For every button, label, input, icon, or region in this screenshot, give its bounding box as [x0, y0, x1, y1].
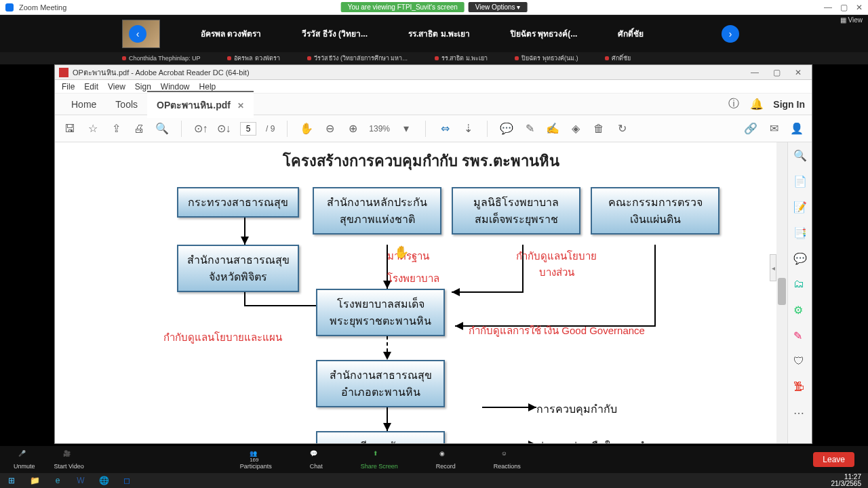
page-title: โครงสร้างการควบคุมกำกับ รพร.ตะพานหิน [109, 149, 733, 173]
zoom-in-icon[interactable]: ⊕ [346, 122, 359, 136]
start-video-button[interactable]: 🎥Start Video [54, 450, 84, 470]
scrollbar-vertical[interactable] [776, 142, 787, 443]
help-icon[interactable]: ⓘ [727, 98, 741, 111]
zoom-tab[interactable]: รร.สาธิต ม.พะเยา [435, 52, 488, 64]
export-pdf-icon[interactable]: 📄 [793, 175, 807, 188]
page-number-input[interactable] [240, 122, 256, 136]
close-button[interactable]: ✕ [856, 3, 863, 12]
rotate-icon[interactable]: ↻ [615, 122, 629, 136]
flow-box: กระทรวงสาธารณสุข [177, 187, 299, 218]
save-icon[interactable]: 🖫 [63, 122, 77, 136]
account-icon[interactable]: 👤 [790, 122, 804, 136]
participant-name[interactable]: ศักดิ์ชัย [618, 27, 644, 40]
fit-width-icon[interactable]: ⇔ [438, 122, 452, 136]
minimize-button[interactable]: — [824, 3, 832, 12]
flow-box: มูลนิธิโรงพยาบาล สมเด็จพระยุพราช [452, 187, 580, 235]
right-panel-toggle[interactable]: ◂ [770, 254, 776, 281]
word-icon[interactable]: W [72, 474, 90, 487]
maximize-button[interactable]: ▢ [840, 3, 848, 12]
zoom-tab[interactable]: อัครพล ดวงพัตรา [227, 52, 280, 64]
attach-icon[interactable]: 🔗 [744, 122, 757, 136]
zoom-tab[interactable]: Chonthida Thephinlap: UP [122, 52, 200, 64]
edit-pdf-icon[interactable]: 📝 [793, 201, 807, 214]
participant-name[interactable]: ปิยฉัตร พุทธวงค์(... [511, 27, 577, 40]
zoom-tab[interactable]: ปิยฉัตร พุทธวงค์(นม.) [515, 52, 578, 64]
email-icon[interactable]: ✉ [767, 122, 781, 136]
star-icon[interactable]: ☆ [86, 122, 100, 136]
share-screen-button[interactable]: ⬆Share Screen [361, 450, 398, 470]
bell-icon[interactable]: 🔔 [750, 98, 764, 111]
menu-window[interactable]: Window [161, 82, 190, 92]
zoom-level[interactable]: 139% [369, 124, 390, 134]
tab-tools[interactable]: Tools [106, 94, 147, 115]
menu-sign[interactable]: Sign [135, 82, 151, 92]
file-explorer-icon[interactable]: 📁 [26, 474, 43, 487]
system-tray[interactable]: 11:27 21/3/2565 [831, 474, 866, 487]
participant-name[interactable]: วีรวัส ธีวัง (วิทยา... [302, 27, 368, 40]
taskbar[interactable]: ⊞ 📁 e W 🌐 ◻ 11:27 21/3/2565 [0, 473, 868, 488]
acrobat-maximize-button[interactable]: ▢ [767, 66, 786, 79]
participant-name[interactable]: อัครพล ดวงพัตรา [201, 27, 261, 40]
print-icon[interactable]: 🖨 [132, 122, 146, 136]
zoom-taskbar-icon[interactable]: ◻ [118, 474, 136, 487]
acrobat-close-button[interactable]: ✕ [789, 66, 808, 79]
acrobat-window-title: OPตะพานหิน.pdf - Adobe Acrobat Reader DC… [73, 66, 250, 79]
delete-icon[interactable]: 🗑 [592, 122, 606, 136]
flow-box: สถานีอนามัยและ หน่วยบริการปฐมภูมิ [316, 431, 445, 443]
zoom-tab[interactable]: ศักดิ์ชัย [605, 52, 631, 64]
participants-button[interactable]: 👥169Participants [240, 450, 272, 470]
upload-icon[interactable]: ⇪ [109, 122, 123, 136]
document-viewport[interactable]: ▸ โครงสร้างการควบคุมกำกับ รพร.ตะพานหิน [55, 142, 787, 443]
start-button[interactable]: ⊞ [3, 474, 20, 487]
unmute-button[interactable]: 🎤Unmute [14, 450, 35, 470]
comment-icon[interactable]: 💬 [500, 122, 513, 136]
more-tools-icon[interactable]: ⋯ [793, 407, 807, 420]
record-button[interactable]: ◉Record [436, 450, 456, 470]
close-tab-icon[interactable]: ✕ [237, 101, 244, 110]
view-toggle[interactable]: ▦ View [840, 16, 863, 24]
edge-icon[interactable]: e [49, 474, 66, 487]
acrobat-minimize-button[interactable]: — [745, 66, 764, 79]
page-up-icon[interactable]: ⊙↑ [194, 122, 208, 136]
flow-label: กำกับดูแลนโยบายและแผน [163, 329, 282, 346]
flow-label: กำกับดูแลการใช้ เงิน Good Governance [469, 323, 645, 339]
chrome-icon[interactable]: 🌐 [95, 474, 113, 487]
tab-home[interactable]: Home [62, 94, 106, 115]
read-mode-icon[interactable]: ⇣ [461, 122, 475, 136]
search-panel-icon[interactable]: 🔍 [793, 149, 807, 163]
compress-icon[interactable]: 🗜 [793, 381, 807, 394]
search-icon[interactable]: 🔍 [155, 122, 169, 136]
highlight-icon[interactable]: ✎ [523, 122, 536, 136]
menu-file[interactable]: File [62, 82, 75, 92]
fill-sign-icon[interactable]: ✎ [793, 329, 807, 343]
view-options-button[interactable]: View Options ▾ [469, 2, 528, 12]
tab-document[interactable]: OPตะพานหิน.pdf✕ [147, 91, 254, 118]
menu-view[interactable]: View [108, 82, 125, 92]
sign-icon[interactable]: ✍ [546, 122, 559, 136]
comment-panel-icon[interactable]: 💬 [793, 252, 807, 266]
page-down-icon[interactable]: ⊙↓ [217, 122, 231, 136]
screen-share-banner[interactable]: You are viewing FTPI_Suvit's screen [341, 2, 465, 12]
zoom-titlebar: Zoom Meeting You are viewing FTPI_Suvit'… [0, 0, 868, 15]
signin-link[interactable]: Sign In [773, 99, 805, 110]
thumb-prev-button[interactable]: ‹ [129, 25, 146, 43]
menu-help[interactable]: Help [199, 82, 216, 92]
legend-coop: คู่ความร่วมมือในการทำงาน [536, 438, 669, 443]
thumb-next-button[interactable]: › [722, 25, 739, 43]
menu-edit[interactable]: Edit [84, 82, 98, 92]
combine-files-icon[interactable]: 🗂 [793, 278, 807, 291]
chat-button[interactable]: 💬Chat [310, 450, 323, 470]
create-pdf-icon[interactable]: 📑 [793, 226, 807, 240]
acrobat-toolbar: 🖫 ☆ ⇪ 🖨 🔍 ⊙↑ ⊙↓ / 9 ✋ ⊖ ⊕ 139% ▾ ⇔ ⇣ 💬 ✎… [55, 115, 812, 142]
hand-tool-icon[interactable]: ✋ [300, 122, 313, 136]
zoom-tab[interactable]: วีรวัส ธีวัง (วิทยาลัยการศึกษา มหา... [307, 52, 408, 64]
leave-button[interactable]: Leave [813, 452, 854, 467]
pdf-icon [59, 68, 68, 77]
organize-pages-icon[interactable]: ⚙ [793, 304, 807, 317]
zoom-out-icon[interactable]: ⊖ [323, 122, 336, 136]
reactions-button[interactable]: ☺Reactions [494, 450, 521, 470]
stamp-icon[interactable]: ◈ [569, 122, 583, 136]
protect-icon[interactable]: 🛡 [793, 355, 807, 369]
participant-name[interactable]: รร.สาธิต ม.พะเยา [408, 27, 470, 40]
chevron-down-icon[interactable]: ▾ [399, 122, 413, 136]
